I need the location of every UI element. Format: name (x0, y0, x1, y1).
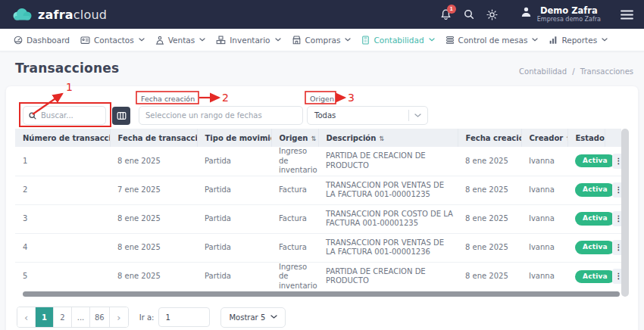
nav-label: Inventario (230, 36, 270, 45)
cell-tipo: Partida (197, 233, 271, 262)
chevron-down-icon (270, 315, 277, 319)
page-button-2[interactable]: 2 (54, 307, 72, 327)
global-search-button[interactable] (464, 9, 474, 20)
col-numero[interactable]: Número de transacción (15, 129, 110, 147)
page-title: Transacciones (15, 61, 119, 76)
nav-item-reportes[interactable]: Reportes (549, 36, 608, 45)
table-row[interactable]: 1 8 ene 2025 Partida Ingreso de inventar… (15, 147, 621, 176)
status-badge: Activa (575, 241, 615, 254)
nav-item-contabilidad[interactable]: Contabilidad (361, 36, 434, 45)
table-row[interactable]: 5 8 ene 2025 Partida Ingreso de inventar… (15, 262, 621, 291)
nav-item-contactos[interactable]: Contactos (80, 36, 145, 45)
col-creador[interactable]: Creador (521, 129, 567, 147)
cell-origen: Ingreso de inventario (271, 262, 318, 291)
inventory-icon (216, 36, 226, 45)
cell-fecha-creacion: 8 ene 2025 (458, 233, 521, 262)
nav-label: Control de mesas (458, 36, 528, 45)
nav-label: Ventas (168, 36, 195, 45)
pagination: 1 2 ... 86 Ir a: Mostrar 5 (17, 307, 629, 330)
search-icon (464, 9, 474, 20)
page-button-group: 1 2 ... 86 (17, 307, 129, 328)
origin-filter-label: Origen (310, 95, 334, 103)
brand-name: zafracloud (38, 8, 107, 22)
origin-select[interactable]: Todas (307, 106, 428, 125)
origin-select-value: Todas (314, 111, 408, 120)
chevron-down-icon (532, 38, 538, 42)
nav-item-ventas[interactable]: Ventas (155, 36, 206, 45)
user-menu[interactable]: Demo Zafra Empresa demo Zafra (521, 5, 601, 23)
col-fecha-creacion[interactable]: Fecha creación (458, 129, 521, 147)
cell-creador: Ivanna (521, 262, 567, 291)
chevron-down-icon (602, 38, 608, 42)
cell-creador: Ivanna (521, 204, 567, 233)
search-input[interactable] (41, 111, 100, 120)
cell-fecha-creacion: 8 ene 2025 (458, 147, 521, 176)
chevron-down-icon (139, 38, 145, 42)
cell-creador: Ivanna (521, 176, 567, 204)
table-row[interactable]: 3 8 ene 2025 Partida Factura TRANSACCION… (15, 204, 621, 233)
theme-toggle-button[interactable] (486, 9, 498, 20)
brand-logo[interactable]: zafracloud (11, 6, 107, 23)
col-descripcion[interactable]: Descripción (318, 129, 458, 147)
col-estado[interactable]: Estado (567, 129, 605, 147)
sun-icon (486, 9, 498, 20)
nav-label: Contactos (94, 36, 134, 45)
table-row[interactable]: 2 7 ene 2025 Partida Factura TRANSACCION… (15, 176, 621, 204)
nav-item-control-de-mesas[interactable]: Control de mesas (445, 36, 539, 45)
cell-fecha-creacion: 8 ene 2025 (458, 204, 521, 233)
cell-origen: Factura (271, 176, 318, 204)
status-badge: Activa (575, 154, 615, 167)
status-badge: Activa (575, 270, 615, 283)
goto-page-input[interactable] (158, 307, 210, 327)
user-avatar-icon (521, 6, 532, 18)
transactions-card: Fecha creación Origen Todas (6, 86, 638, 330)
contacts-icon (80, 36, 90, 45)
col-origen[interactable]: Origen (271, 129, 318, 147)
magnifier-icon (29, 112, 36, 120)
cell-descripcion: TRANSACCION POR VENTAS DE LA FACTURA 001… (318, 233, 458, 262)
page-ellipsis-button[interactable]: ... (72, 307, 90, 327)
sort-icon (376, 134, 384, 142)
status-badge: Activa (575, 212, 615, 225)
status-badge: Activa (575, 183, 615, 196)
col-actions (605, 129, 621, 147)
accounting-icon (361, 36, 370, 45)
column-settings-button[interactable] (112, 107, 130, 125)
page-size-label: Mostrar 5 (229, 313, 265, 322)
reports-icon (549, 36, 558, 45)
cell-numero: 2 (15, 176, 110, 204)
cell-estado: Activa (567, 204, 605, 233)
cell-tipo: Partida (197, 204, 271, 233)
user-name: Demo Zafra (540, 5, 598, 16)
cell-tipo: Partida (197, 262, 271, 291)
breadcrumb-separator: / (572, 67, 574, 76)
page-button-1[interactable]: 1 (36, 307, 54, 327)
horizontal-scrollbar-thumb[interactable] (23, 291, 620, 297)
cell-fecha: 8 ene 2025 (110, 262, 197, 291)
cloud-logo-icon (11, 6, 33, 23)
col-fecha-transaccion[interactable]: Fecha de transacción (110, 129, 197, 147)
chevron-down-icon (199, 38, 205, 42)
cell-numero: 5 (15, 262, 110, 291)
page-size-select[interactable]: Mostrar 5 (220, 307, 286, 328)
cell-creador: Ivanna (521, 233, 567, 262)
nav-item-dashboard[interactable]: Dashboard (14, 36, 70, 45)
prev-page-button[interactable] (17, 307, 36, 327)
vertical-scrollbar[interactable] (621, 129, 629, 297)
next-page-button[interactable] (110, 307, 128, 327)
cell-origen: Factura (271, 233, 318, 262)
cell-numero: 4 (15, 233, 110, 262)
page-button-86[interactable]: 86 (90, 307, 110, 327)
breadcrumb-section[interactable]: Contabilidad (519, 67, 567, 76)
top-header: zafracloud 1 (0, 0, 644, 29)
nav-label: Contabilidad (374, 36, 424, 45)
notifications-button[interactable]: 1 (440, 8, 452, 20)
table-row[interactable]: 4 8 ene 2025 Partida Factura TRANSACCION… (15, 233, 621, 262)
cell-estado: Activa (567, 147, 605, 176)
nav-item-inventario[interactable]: Inventario (216, 36, 280, 45)
hamburger-menu-button[interactable] (621, 10, 633, 20)
col-tipo-movimiento[interactable]: Tipo de movimiento (197, 129, 271, 147)
transactions-table-wrap: Número de transacción Fecha de transacci… (15, 129, 629, 297)
date-range-input[interactable] (139, 106, 303, 125)
nav-item-compras[interactable]: Compras (292, 36, 352, 45)
